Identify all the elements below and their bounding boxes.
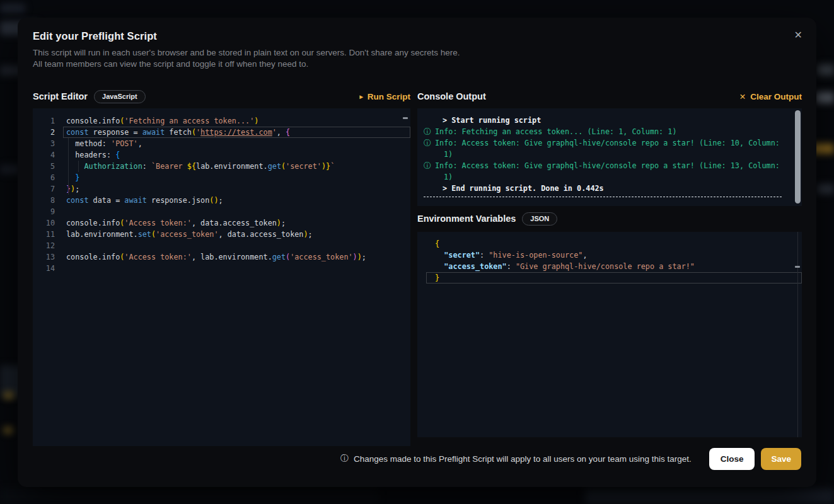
code-token: 'Access token:' <box>124 219 192 227</box>
code-token: ; <box>281 219 286 227</box>
code-token: , data.access_token <box>192 219 277 227</box>
code-token: get <box>268 162 281 171</box>
indent-guide <box>78 161 79 172</box>
code-token: const <box>66 196 89 205</box>
background-blob <box>816 92 834 103</box>
environment-variables-label: Environment Variables <box>417 214 516 224</box>
info-icon: ⓘ <box>422 137 435 160</box>
code-token <box>66 162 84 171</box>
environment-variables-editor[interactable]: { "secret": "hive-is-open-source", "acce… <box>417 232 802 437</box>
editor-line: 14 <box>33 263 410 274</box>
code-token: ; <box>362 253 366 261</box>
editor-line: 8const data = await response.json(); <box>33 195 410 206</box>
code-token: const <box>66 128 89 137</box>
code-token: { <box>286 128 290 137</box>
code-token: { <box>435 239 439 248</box>
line-number: 14 <box>33 263 63 274</box>
code-token: https://test.com <box>200 128 272 137</box>
line-number: 10 <box>33 217 63 229</box>
run-script-button[interactable]: ▸ Run Script <box>359 92 410 101</box>
footer-note: ⓘ Changes made to this Preflight Script … <box>340 453 692 464</box>
background-blob <box>817 184 834 194</box>
console-log-entry: ⓘInfo: Access token: Give graphql-hive/c… <box>422 160 797 183</box>
script-editor[interactable]: 1console.info('Fetching an access token.… <box>33 108 410 446</box>
code-token: "hive-is-open-source" <box>489 251 582 260</box>
script-editor-label: Script Editor <box>33 91 88 101</box>
editor-scroll-track <box>797 232 798 437</box>
code-token: ) <box>303 230 308 239</box>
close-button[interactable]: Close <box>709 448 755 470</box>
editor-line: 12 <box>33 240 410 251</box>
console-log-entry: > Start running script <box>422 115 797 126</box>
code-token: : <box>142 162 151 171</box>
description-line-2: All team members can view the script and… <box>33 59 308 69</box>
modal-footer: ⓘ Changes made to this Preflight Script … <box>340 446 801 471</box>
code-token: , <box>277 128 286 137</box>
code-token: , <box>582 251 587 260</box>
save-button[interactable]: Save <box>761 448 801 470</box>
code-token: 'POST' <box>111 139 138 148</box>
editor-line: 10console.info('Access token:', data.acc… <box>33 217 410 229</box>
code-token: ; <box>75 185 79 193</box>
environment-variables-header: Environment Variables JSON <box>417 210 802 227</box>
editor-line: { <box>426 238 802 249</box>
line-number: 3 <box>33 138 63 149</box>
editor-line: 9 <box>33 206 410 217</box>
background-blob <box>4 392 14 399</box>
info-icon: ⓘ <box>340 453 349 464</box>
console-log-entry: ⓘInfo: Fetching an access token... (Line… <box>422 126 797 137</box>
minimap-marker <box>795 266 800 268</box>
line-number: 4 <box>33 149 63 161</box>
info-icon <box>422 183 435 194</box>
code-token: ) <box>214 196 218 205</box>
run-script-label: Run Script <box>368 92 410 101</box>
code-token: ( <box>151 230 156 239</box>
line-number: 11 <box>33 229 63 240</box>
code-token: , data.access_token <box>219 230 304 239</box>
close-icon[interactable]: ✕ <box>792 28 805 43</box>
code-token: ; <box>219 196 223 205</box>
console-scrollbar[interactable] <box>795 110 801 203</box>
code-token: fetch <box>165 128 192 137</box>
minimap-marker <box>403 117 408 119</box>
console-log-entry: ⓘInfo: Access token: Give graphql-hive/c… <box>422 137 797 160</box>
editor-line: 7}); <box>33 183 410 195</box>
background-blob <box>4 427 13 433</box>
code-token: { <box>115 151 120 159</box>
code-token: 'secret' <box>286 162 321 171</box>
editor-line: 3 method: 'POST', <box>33 138 410 149</box>
code-token: ' <box>272 128 277 137</box>
code-token: 'access_token' <box>290 253 352 261</box>
code-token: 'access_token' <box>156 230 218 239</box>
code-token: method: <box>66 139 111 148</box>
console-output-header: Console Output ✕ Clear Output <box>417 88 802 105</box>
clear-output-label: Clear Output <box>750 92 802 101</box>
code-token: ) <box>353 253 357 261</box>
editor-line: 5 Authorization: `Bearer ${lab.environme… <box>33 161 410 172</box>
description-line-1: This script will run in each user's brow… <box>33 48 460 57</box>
code-token: response.json <box>147 196 209 205</box>
code-token: ) <box>321 162 326 171</box>
footer-note-text: Changes made to this Preflight Script wi… <box>354 454 692 464</box>
console-log-entry: > End running script. Done in 0.442s <box>422 183 797 194</box>
editor-line: 11lab.environment.set('access_token', da… <box>33 229 410 240</box>
background-blob <box>0 4 25 13</box>
code-token: ) <box>277 219 281 227</box>
line-number: 5 <box>33 161 63 172</box>
code-token: console.info <box>66 219 120 227</box>
code-token: , <box>138 139 142 148</box>
code-token: "secret" <box>444 251 480 260</box>
preflight-script-modal: ✕ Edit your Preflight Script This script… <box>18 18 816 487</box>
modal-description: This script will run in each user's brow… <box>33 47 460 70</box>
code-token: 'Fetching an access token...' <box>124 117 254 125</box>
play-icon: ▸ <box>359 93 362 100</box>
background-blob <box>0 489 378 504</box>
code-token: Authorization <box>84 162 142 171</box>
indent-guide <box>68 138 69 195</box>
line-number: 13 <box>33 251 63 263</box>
editor-line: "access_token": "Give graphql-hive/conso… <box>426 261 802 272</box>
code-token: : <box>507 262 516 271</box>
code-token: headers: <box>66 151 115 159</box>
editor-line: "secret": "hive-is-open-source", <box>426 249 802 261</box>
clear-output-button[interactable]: ✕ Clear Output <box>739 92 802 101</box>
